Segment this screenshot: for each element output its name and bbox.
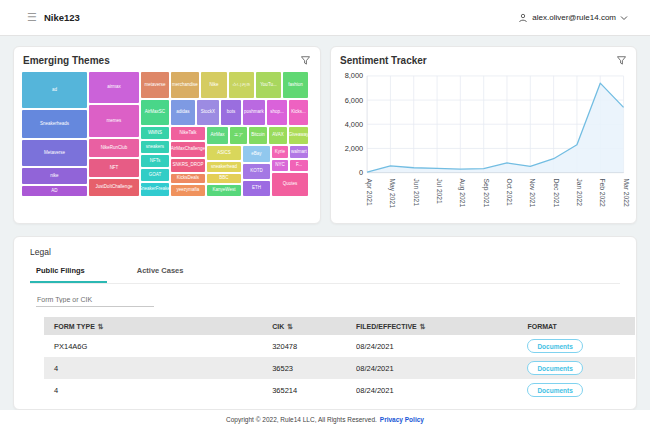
column-header[interactable]: FILED/EFFECTIVE⇅: [356, 323, 527, 330]
treemap-cell[interactable]: Nike: [201, 72, 227, 98]
treemap-cell[interactable]: AirMax: [207, 127, 228, 144]
treemap-cell[interactable]: WMNS: [141, 127, 169, 139]
treemap-cell[interactable]: Kyrie: [272, 146, 288, 158]
treemap-cell[interactable]: Metaverse: [22, 140, 87, 166]
filings-table: FORM TYPE⇅CIK⇅FILED/EFFECTIVE⇅FORMATPX14…: [44, 317, 635, 401]
treemap-cell[interactable]: Giveaway: [289, 127, 308, 144]
treemap-cell[interactable]: GOAT: [141, 169, 169, 181]
treemap-cell[interactable]: memes: [89, 105, 139, 137]
treemap-cell[interactable]: Bitcoin: [249, 127, 267, 144]
treemap-cell[interactable]: AD: [22, 186, 87, 196]
cik-cell: 320478: [272, 342, 356, 351]
user-menu[interactable]: alex.oliver@rule14.com: [518, 13, 628, 23]
x-axis-tick: Oct 2021: [506, 178, 513, 205]
sort-icon[interactable]: ⇅: [287, 323, 293, 330]
legal-panel: Legal Public Filings Active Cases FORM T…: [13, 236, 637, 410]
sentiment-tracker-panel: Sentiment Tracker 02,0004,0006,0008,000A…: [330, 46, 637, 224]
form-type-cell: PX14A6G: [44, 342, 272, 351]
treemap-cell[interactable]: KOTD: [243, 164, 270, 179]
x-axis-tick: Apr 2021: [365, 178, 373, 205]
tab-public-filings[interactable]: Public Filings: [30, 261, 107, 283]
treemap-cell[interactable]: AVAX: [269, 127, 287, 144]
treemap-cell[interactable]: eBay: [243, 146, 270, 162]
table-header-row: FORM TYPE⇅CIK⇅FILED/EFFECTIVE⇅FORMAT: [44, 317, 635, 335]
legal-tabs: Public Filings Active Cases: [30, 261, 620, 284]
treemap-cell[interactable]: sneakers: [141, 141, 169, 153]
privacy-policy-link[interactable]: Privacy Policy: [380, 416, 424, 423]
cik-cell: 36523: [272, 364, 356, 373]
user-icon: [518, 13, 528, 23]
sort-icon[interactable]: ⇅: [98, 323, 104, 330]
app-footer: Copyright © 2022, Rule14 LLC, All Rights…: [0, 410, 650, 428]
treemap-cell[interactable]: AirMaxChallenge: [171, 142, 205, 157]
treemap-cell[interactable]: NikeTalk: [171, 127, 205, 140]
treemap-cell[interactable]: StockX: [197, 100, 219, 125]
treemap-cell[interactable]: metaverse: [141, 72, 169, 98]
treemap: adSneakerheadsMetaversenikeADairmaxmemes…: [22, 72, 310, 197]
treemap-cell[interactable]: NikeRunClub: [89, 139, 139, 157]
emerging-themes-panel: Emerging Themes adSneakerheadsMetaversen…: [13, 46, 321, 224]
treemap-cell[interactable]: adidas: [171, 100, 195, 125]
treemap-cell[interactable]: YouTu...: [256, 72, 281, 98]
column-header[interactable]: FORM TYPE⇅: [44, 323, 272, 330]
x-axis-tick: Aug 2021: [458, 178, 466, 207]
legal-title: Legal: [30, 247, 620, 257]
sentiment-tracker-title: Sentiment Tracker: [340, 55, 427, 66]
y-axis-tick: 0: [359, 168, 363, 177]
x-axis-tick: Feb 2022: [599, 178, 606, 207]
documents-button[interactable]: Documents: [527, 361, 582, 375]
treemap-cell[interactable]: ASICS: [207, 146, 241, 160]
filed-effective-cell: 08/24/2021: [356, 364, 527, 373]
filter-icon[interactable]: [301, 56, 310, 65]
treemap-cell[interactable]: yeezymafia: [171, 185, 205, 196]
treemap-cell[interactable]: nike: [22, 168, 87, 184]
column-header-label: CIK: [272, 323, 284, 330]
x-axis-tick: Nov 2021: [529, 178, 536, 207]
column-header[interactable]: CIK⇅: [272, 323, 356, 330]
x-axis-tick: Sep 2021: [482, 178, 490, 207]
form-type-cell: 4: [44, 364, 272, 373]
sort-icon[interactable]: ⇅: [420, 323, 426, 330]
documents-button[interactable]: Documents: [527, 339, 582, 353]
treemap-cell[interactable]: JustDoItChallenge: [89, 179, 139, 196]
copyright-text: Copyright © 2022, Rule14 LLC, All Rights…: [226, 416, 377, 423]
treemap-cell[interactable]: NFTs: [141, 155, 169, 167]
treemap-cell[interactable]: AirMaxSC: [141, 100, 169, 125]
treemap-cell[interactable]: NYC: [272, 160, 288, 171]
treemap-cell[interactable]: fashion: [283, 72, 308, 98]
column-header-label: FORM TYPE: [54, 323, 95, 330]
y-axis-tick: 2,000: [345, 144, 363, 153]
treemap-cell[interactable]: airmax: [89, 72, 139, 103]
y-axis-tick: 8,000: [345, 71, 363, 80]
form-type-cik-input[interactable]: [36, 293, 154, 307]
column-header: FORMAT: [527, 323, 635, 330]
treemap-cell[interactable]: KanyeWest: [207, 185, 241, 196]
documents-button[interactable]: Documents: [527, 383, 582, 397]
treemap-cell[interactable]: ETH: [243, 181, 270, 196]
treemap-cell[interactable]: ad: [22, 72, 87, 108]
tab-active-cases[interactable]: Active Cases: [135, 261, 186, 283]
treemap-cell[interactable]: sneakerhead: [207, 162, 241, 172]
x-axis-tick: Dec 2021: [553, 178, 560, 207]
form-type-cell: 4: [44, 386, 272, 395]
filter-icon[interactable]: [617, 56, 626, 65]
treemap-cell[interactable]: F...: [290, 160, 308, 171]
treemap-cell[interactable]: Kicks...: [289, 100, 308, 125]
treemap-cell[interactable]: poshmark: [243, 100, 265, 125]
treemap-cell[interactable]: merchandise: [171, 72, 199, 98]
treemap-cell[interactable]: bots: [221, 100, 241, 125]
treemap-cell[interactable]: SNKRS_DROP: [171, 159, 205, 172]
treemap-cell[interactable]: エア: [230, 127, 247, 144]
treemap-cell[interactable]: Quotes: [272, 173, 308, 196]
treemap-cell[interactable]: walmart: [290, 146, 308, 158]
treemap-cell[interactable]: 스니커즈: [229, 72, 254, 98]
treemap-cell[interactable]: NFT: [89, 159, 139, 177]
treemap-cell[interactable]: Sneakerheads: [22, 110, 87, 138]
treemap-cell[interactable]: KicksDeals: [171, 174, 205, 183]
treemap-cell[interactable]: BBC: [207, 174, 241, 183]
menu-icon[interactable]: ☰: [27, 12, 37, 23]
treemap-cell[interactable]: SneakerFreaker: [141, 183, 169, 196]
column-header-label: FORMAT: [527, 323, 556, 330]
cik-cell: 365214: [272, 386, 356, 395]
treemap-cell[interactable]: shop...: [267, 100, 287, 125]
